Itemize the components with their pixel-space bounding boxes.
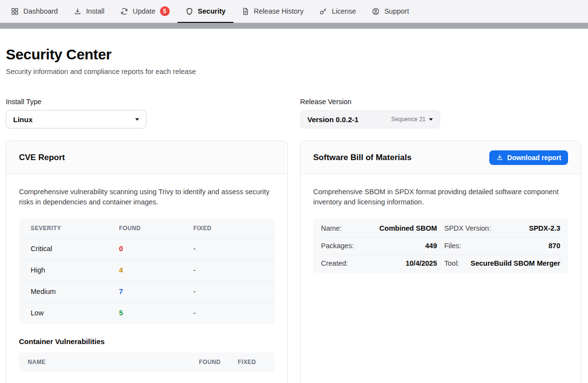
update-count-badge: 5 [160,6,170,16]
release-version-value: Version 0.0.2-1 [307,115,391,124]
cve-report-description: Comprehensive vulnerability scanning usi… [19,187,275,208]
table-row: Name: Combined SBOM SPDX Version: SPDX-2… [321,219,560,237]
nav-item-support[interactable]: Support [364,0,417,22]
nav-label: Dashboard [23,7,58,15]
container-vulnerabilities-title: Container Vulnerabilities [19,337,275,346]
page-title: Security Center [6,46,582,63]
grid-icon [11,7,19,16]
release-version-select[interactable]: Version 0.0.2-1 Sequence 21 [300,110,440,128]
detail-label: Packages: [321,242,354,250]
sbom-details-table: Name: Combined SBOM SPDX Version: SPDX-2… [313,219,568,273]
found-count: 4 [119,266,194,274]
release-version-label: Release Version [300,98,581,106]
detail-value: SecureBuild SBOM Merger [470,259,560,267]
chevron-down-icon [135,118,139,121]
sbom-card: Software Bill of Materials Download repo… [300,141,581,383]
column-header-name: Name [28,359,199,365]
cve-report-title: CVE Report [19,153,65,163]
detail-value: 10/4/2025 [406,259,437,267]
download-report-label: Download report [507,154,561,162]
table-row-high: High 4 - [19,259,275,281]
detail-value: 870 [549,242,560,250]
table-row-medium: Medium 7 - [19,281,275,302]
found-count: 0 [119,245,194,253]
divider-band [0,23,588,29]
download-icon [496,154,503,161]
nav-label: License [332,7,356,15]
detail-value: Combined SBOM [379,224,437,232]
sbom-description: Comprehensive SBOM in SPDX format provid… [313,187,568,208]
cve-report-card: CVE Report Comprehensive vulnerability s… [6,141,288,383]
sbom-title: Software Bill of Materials [313,153,411,163]
container-table-header: Name Found Fixed [19,352,275,372]
sbom-header: Software Bill of Materials Download repo… [301,141,581,174]
column-header-fixed: Fixed [238,359,266,365]
fixed-count: - [194,245,263,253]
table-row: Created: 10/4/2025 Tool: SecureBuild SBO… [321,255,560,272]
detail-label: Name: [321,224,342,232]
fixed-count: - [194,288,263,295]
column-header-severity: Severity [31,225,119,232]
column-header-found: Found [199,359,238,365]
download-report-button[interactable]: Download report [489,150,568,165]
nav-item-update[interactable]: Update 5 [112,0,178,22]
chevron-down-icon [429,118,433,121]
support-person-icon [372,7,380,16]
refresh-icon [120,7,128,16]
shield-icon [185,7,194,16]
detail-label: SPDX Version: [445,224,491,232]
install-type-label: Install Type [6,98,288,106]
install-type-value: Linux [13,115,33,124]
detail-value: SPDX-2.3 [529,224,560,232]
download-icon [73,7,82,16]
page-subtitle: Security information and compliance repo… [6,68,582,75]
nav-item-dashboard[interactable]: Dashboard [3,0,66,22]
table-row: Packages: 449 Files: 870 [321,237,560,255]
severity-table: Severity Found Fixed Critical 0 - High 4… [19,219,275,324]
cve-report-header: CVE Report [6,141,287,174]
nav-label: Update [133,7,156,15]
detail-label: Created: [321,259,348,267]
install-type-select[interactable]: Linux [6,110,146,128]
severity-label: Medium [31,288,119,295]
nav-item-security[interactable]: Security [178,0,233,22]
severity-table-header: Severity Found Fixed [19,219,275,238]
top-nav: Dashboard Install Update 5 Security [0,0,588,23]
nav-label: Install [86,7,105,15]
detail-label: Files: [445,242,462,250]
nav-item-license[interactable]: License [311,0,364,22]
severity-label: Low [31,309,119,317]
container-vulnerabilities-table: Name Found Fixed [19,352,275,372]
nav-item-install[interactable]: Install [66,0,112,22]
detail-value: 449 [425,242,437,250]
table-row-critical: Critical 0 - [19,238,275,259]
release-sequence-label: Sequence 21 [391,116,426,123]
key-icon [319,7,327,16]
severity-label: Critical [31,245,119,253]
fixed-count: - [194,309,263,317]
document-icon [241,7,249,16]
security-center-page: Security Center Security information and… [0,46,588,383]
nav-label: Support [384,7,409,15]
found-count: 5 [119,309,194,317]
detail-label: Tool: [445,259,460,267]
nav-label: Security [198,7,226,15]
column-header-fixed: Fixed [194,225,263,232]
cards-row: CVE Report Comprehensive vulnerability s… [6,141,582,383]
fixed-count: - [194,266,263,274]
table-row-low: Low 5 - [19,302,275,324]
nav-item-release-history[interactable]: Release History [233,0,311,22]
found-count: 7 [119,288,194,295]
filters-row: Install Type Linux Release Version Versi… [6,98,582,128]
column-header-found: Found [119,225,194,232]
severity-label: High [31,266,119,274]
nav-label: Release History [254,7,303,15]
